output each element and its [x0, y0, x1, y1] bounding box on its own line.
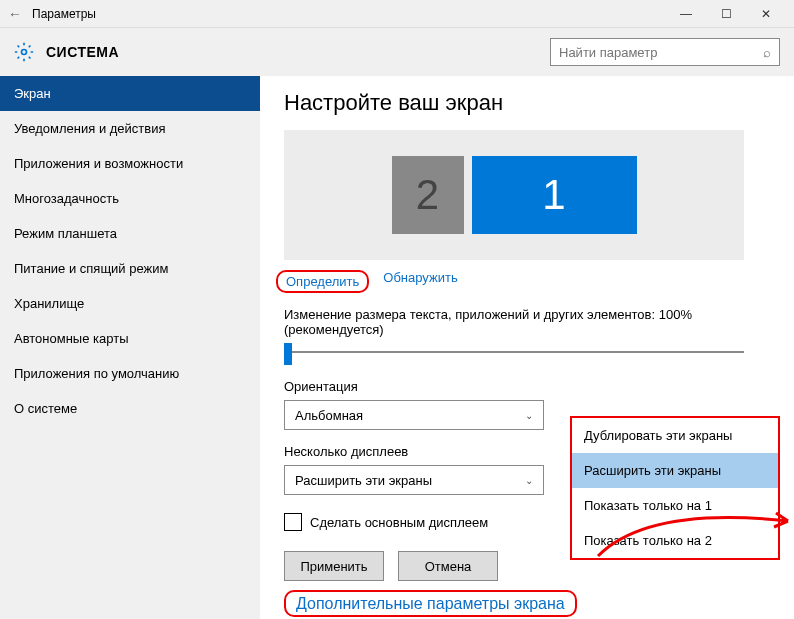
sidebar-item-storage[interactable]: Хранилище	[0, 286, 260, 321]
sidebar-item-power[interactable]: Питание и спящий режим	[0, 251, 260, 286]
header: СИСТЕМА ⌕	[0, 28, 794, 76]
sidebar-item-maps[interactable]: Автономные карты	[0, 321, 260, 356]
minimize-button[interactable]: —	[666, 0, 706, 28]
sidebar-item-display[interactable]: Экран	[0, 76, 260, 111]
sidebar-item-default-apps[interactable]: Приложения по умолчанию	[0, 356, 260, 391]
dd-option-only1[interactable]: Показать только на 1	[572, 488, 778, 523]
sidebar-item-tablet[interactable]: Режим планшета	[0, 216, 260, 251]
search-icon: ⌕	[763, 45, 771, 60]
maximize-button[interactable]: ☐	[706, 0, 746, 28]
search-box[interactable]: ⌕	[550, 38, 780, 66]
primary-display-checkbox[interactable]	[284, 513, 302, 531]
chevron-down-icon: ⌄	[525, 410, 533, 421]
sidebar-item-notifications[interactable]: Уведомления и действия	[0, 111, 260, 146]
apply-button[interactable]: Применить	[284, 551, 384, 581]
titlebar: ← Параметры — ☐ ✕	[0, 0, 794, 28]
page-title: Настройте ваш экран	[284, 90, 770, 116]
orientation-dropdown[interactable]: Альбомная ⌄	[284, 400, 544, 430]
scale-slider[interactable]	[284, 341, 744, 365]
multimon-dropdown-menu: Дублировать эти экраны Расширить эти экр…	[570, 416, 780, 560]
dd-option-extend[interactable]: Расширить эти экраны	[572, 453, 778, 488]
display-2[interactable]: 2	[392, 156, 464, 234]
advanced-settings-link[interactable]: Дополнительные параметры экрана	[284, 590, 577, 617]
multimon-dropdown[interactable]: Расширить эти экраны ⌄	[284, 465, 544, 495]
cancel-button[interactable]: Отмена	[398, 551, 498, 581]
search-input[interactable]	[559, 45, 763, 60]
svg-point-0	[22, 50, 27, 55]
orientation-label: Ориентация	[284, 379, 770, 394]
dd-option-duplicate[interactable]: Дублировать эти экраны	[572, 418, 778, 453]
detect-link[interactable]: Обнаружить	[383, 270, 457, 293]
back-button[interactable]: ←	[8, 6, 32, 22]
identify-link[interactable]: Определить	[276, 270, 369, 293]
orientation-value: Альбомная	[295, 408, 363, 423]
gear-icon	[14, 42, 34, 62]
sidebar-item-apps[interactable]: Приложения и возможности	[0, 146, 260, 181]
sidebar: Экран Уведомления и действия Приложения …	[0, 76, 260, 619]
primary-display-label: Сделать основным дисплеем	[310, 515, 488, 530]
sidebar-item-multitask[interactable]: Многозадачность	[0, 181, 260, 216]
dd-option-only2[interactable]: Показать только на 2	[572, 523, 778, 558]
multimon-value: Расширить эти экраны	[295, 473, 432, 488]
chevron-down-icon: ⌄	[525, 475, 533, 486]
display-arrangement[interactable]: 2 1	[284, 130, 744, 260]
scale-label: Изменение размера текста, приложений и д…	[284, 307, 770, 337]
header-title: СИСТЕМА	[46, 44, 550, 60]
sidebar-item-about[interactable]: О системе	[0, 391, 260, 426]
main-content: Настройте ваш экран 2 1 Определить Обнар…	[260, 76, 794, 619]
slider-track	[284, 351, 744, 353]
window-title: Параметры	[32, 7, 666, 21]
display-1[interactable]: 1	[472, 156, 637, 234]
close-button[interactable]: ✕	[746, 0, 786, 28]
slider-thumb[interactable]	[284, 343, 292, 365]
